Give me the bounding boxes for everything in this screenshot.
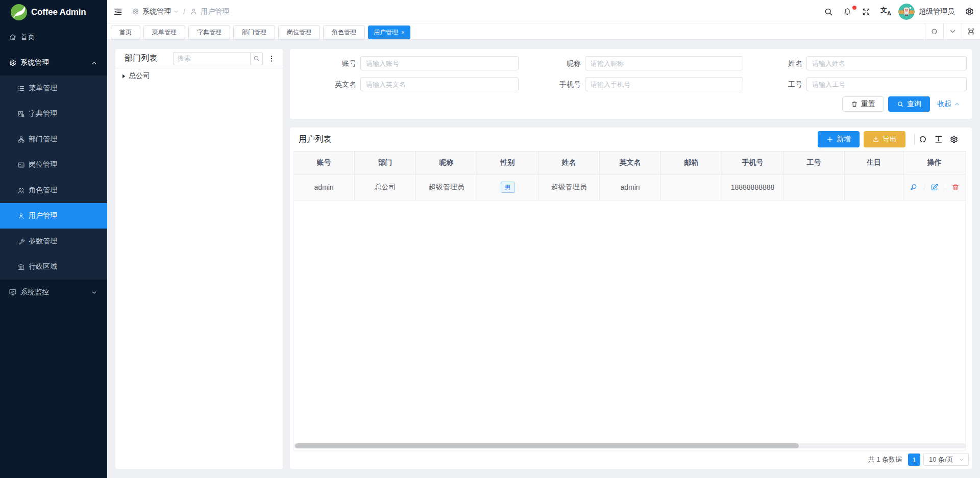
page-size-select[interactable]: 10 条/页: [923, 454, 969, 466]
tab-label: 首页: [119, 28, 132, 37]
download-icon: [872, 136, 879, 143]
collapse-sidebar-icon[interactable]: [113, 7, 122, 16]
column-header-label: 部门: [378, 158, 393, 167]
column-header-label: 姓名: [562, 158, 576, 167]
sidebar-item-3[interactable]: 岗位管理: [0, 152, 107, 178]
tree-node-company[interactable]: 总公司: [115, 70, 283, 82]
field-input-3[interactable]: [360, 77, 519, 91]
pagination-page-1[interactable]: 1: [908, 454, 920, 466]
sidebar-item-2[interactable]: 部门管理: [0, 127, 107, 152]
sidebar-group-monitor[interactable]: 系统监控: [0, 280, 107, 305]
add-button[interactable]: 新增: [818, 131, 860, 147]
column-header-3: 性别: [477, 152, 538, 174]
tab-岗位管理[interactable]: 岗位管理: [278, 26, 320, 39]
department-panel-header: 部门列表: [115, 49, 283, 68]
tab-label: 菜单管理: [152, 28, 177, 37]
cell-gender: 男: [477, 174, 538, 200]
row-height-icon[interactable]: [934, 135, 943, 144]
collapse-form-link[interactable]: 收起: [937, 96, 960, 112]
delete-trash-icon[interactable]: [951, 183, 960, 191]
query-button[interactable]: 查询: [888, 96, 930, 112]
table-scroll-area: 账号部门昵称性别姓名英文名邮箱手机号工号生日操作 admin总公司超级管理员男超…: [293, 151, 966, 450]
sidebar-item-0[interactable]: 菜单管理: [0, 76, 107, 101]
collapse-link-label: 收起: [937, 99, 951, 109]
export-button[interactable]: 导出: [864, 131, 905, 147]
sidebar-item-home[interactable]: 首页: [0, 24, 107, 50]
horizontal-scrollbar-thumb[interactable]: [295, 443, 799, 448]
refresh-tab-button[interactable]: [925, 23, 943, 39]
field-input-2[interactable]: [806, 56, 967, 70]
field-label: 账号: [312, 56, 356, 70]
more-options-icon[interactable]: [267, 55, 276, 63]
post-icon: [17, 161, 25, 169]
tab-部门管理[interactable]: 部门管理: [233, 26, 275, 39]
cell-value: 超级管理员: [551, 183, 587, 192]
tab-label: 用户管理: [374, 28, 398, 37]
column-header-label: 性别: [501, 158, 515, 167]
tab-角色管理[interactable]: 角色管理: [323, 26, 365, 39]
translate-icon[interactable]: 文A: [880, 7, 892, 17]
cell-actions: [903, 174, 966, 200]
notification-bell[interactable]: [843, 7, 852, 16]
tab-label: 岗位管理: [287, 28, 311, 37]
column-settings-gear-icon[interactable]: [949, 135, 959, 144]
toolbar-divider: [914, 134, 915, 145]
view-detail-icon[interactable]: [910, 183, 918, 191]
tab-菜单管理[interactable]: 菜单管理: [143, 26, 185, 39]
refresh-icon[interactable]: [918, 135, 927, 144]
sidebar-group-system[interactable]: 系统管理: [0, 50, 107, 76]
sidebar-item-7[interactable]: 行政区域: [0, 254, 107, 280]
roles-icon: [17, 187, 25, 194]
maximize-view-button[interactable]: [962, 23, 980, 39]
sidebar-item-4[interactable]: 角色管理: [0, 178, 107, 203]
user-name[interactable]: 超级管理员: [919, 7, 954, 16]
sidebar-submenu: 菜单管理字典管理部门管理岗位管理角色管理用户管理参数管理行政区域: [0, 76, 107, 280]
field-input-0[interactable]: [360, 56, 519, 70]
reset-button[interactable]: 重置: [842, 96, 884, 112]
column-header-label: 邮箱: [684, 158, 699, 167]
column-header-label: 英文名: [620, 158, 641, 167]
field-label: 昵称: [537, 56, 581, 70]
export-button-label: 导出: [883, 135, 897, 144]
sidebar-item-5[interactable]: 用户管理: [0, 203, 107, 229]
filter-form-panel: 账号昵称姓名英文名手机号工号重置查询收起: [290, 49, 972, 119]
close-tab-icon[interactable]: ×: [401, 30, 405, 36]
edit-icon[interactable]: [930, 183, 939, 191]
table-header-row: 账号部门昵称性别姓名英文名邮箱手机号工号生日操作: [293, 151, 966, 174]
sidebar-item-label: 参数管理: [29, 237, 57, 246]
field-input-1[interactable]: [585, 56, 743, 70]
chevron-down-icon: [174, 9, 179, 14]
fullscreen-icon[interactable]: [862, 7, 871, 16]
department-search-input[interactable]: [173, 52, 250, 65]
chevron-down-icon: [91, 290, 97, 295]
settings-gear-icon[interactable]: [965, 7, 974, 16]
trash-icon: [851, 100, 858, 108]
avatar[interactable]: [898, 4, 915, 20]
column-header-label: 昵称: [439, 158, 454, 167]
sidebar-item-label: 行政区域: [29, 262, 57, 271]
sidebar-group-label: 系统管理: [20, 58, 49, 67]
sidebar-item-6[interactable]: 参数管理: [0, 229, 107, 254]
search-icon[interactable]: [824, 7, 833, 16]
app-root: Coffee Admin 首页 系统管理 菜单管理字典管理部门管理岗位管理角色管…: [0, 0, 980, 478]
field-input-5[interactable]: [806, 77, 967, 91]
column-header-4: 姓名: [538, 152, 600, 174]
department-search-button[interactable]: [250, 52, 263, 65]
field-label: 英文名: [312, 77, 356, 91]
tabs: 首页菜单管理字典管理部门管理岗位管理角色管理用户管理×: [111, 26, 413, 39]
column-header-label: 手机号: [742, 158, 764, 167]
home-icon: [9, 33, 17, 41]
tab-用户管理[interactable]: 用户管理×: [368, 26, 410, 39]
cell-account: admin: [293, 174, 355, 200]
tab-actions-dropdown[interactable]: [943, 23, 962, 39]
breadcrumb-item[interactable]: 系统管理: [142, 7, 171, 16]
logo[interactable]: Coffee Admin: [0, 0, 107, 24]
breadcrumb-item-current: 用户管理: [201, 7, 229, 16]
tab-字典管理[interactable]: 字典管理: [188, 26, 230, 39]
field-input-4[interactable]: [585, 77, 743, 91]
cell-name: 超级管理员: [538, 174, 600, 200]
column-header-0: 账号: [293, 152, 355, 174]
cell-job_number: [783, 174, 845, 200]
sidebar-item-1[interactable]: 字典管理: [0, 101, 107, 127]
tab-首页[interactable]: 首页: [111, 26, 140, 39]
